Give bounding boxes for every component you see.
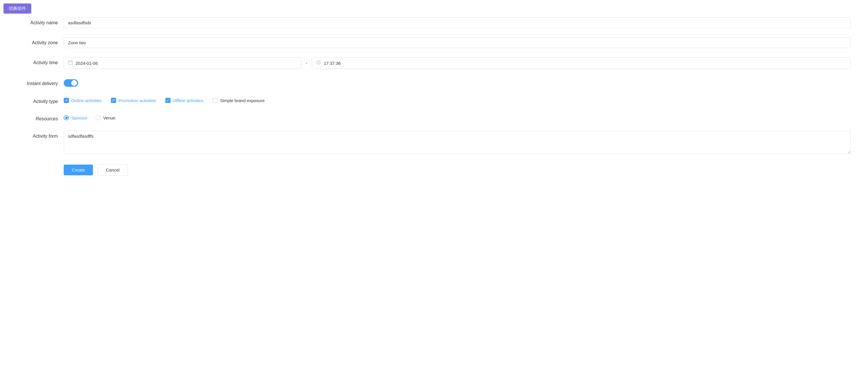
resources-radio-group: Sponsor Venue	[64, 113, 850, 120]
toggle-slider	[64, 79, 78, 87]
checkbox-online-check: ✓	[65, 98, 68, 102]
instant-delivery-content	[64, 78, 850, 87]
radio-sponsor-label: Sponsor	[71, 115, 87, 120]
activity-zone-input[interactable]	[64, 37, 850, 48]
checkbox-online-box: ✓	[64, 98, 69, 103]
checkbox-offline-activities[interactable]: ✓ Offline activities	[165, 98, 203, 103]
form-container: Activity name Activity zone Activity tim…	[0, 0, 868, 187]
instant-delivery-toggle[interactable]	[64, 79, 78, 87]
checkbox-brand-label: Simple brand exposure	[220, 98, 265, 103]
resources-row: Resources Sponsor Venue	[18, 113, 850, 121]
activity-name-row: Activity name	[18, 18, 850, 28]
checkbox-brand-box: ✓	[213, 98, 218, 103]
instant-delivery-row: Instant delivery	[18, 78, 850, 87]
instant-delivery-label: Instant delivery	[18, 78, 64, 86]
date-time-dash: -	[304, 61, 309, 66]
activity-form-label: Activity form	[18, 131, 64, 139]
resources-content: Sponsor Venue	[64, 113, 850, 120]
activity-form-row: Activity form sdfasdfasdffs	[18, 131, 850, 155]
resources-label: Resources	[18, 113, 64, 121]
button-row: Create Cancel	[64, 164, 850, 176]
activity-type-content: ✓ Online activities ✓ Promotion activiti…	[64, 96, 850, 103]
activity-type-checkbox-group: ✓ Online activities ✓ Promotion activiti…	[64, 96, 850, 103]
checkbox-offline-check: ✓	[166, 98, 169, 102]
activity-name-input[interactable]	[64, 18, 850, 28]
checkbox-offline-label: Offline activities	[173, 98, 203, 103]
radio-sponsor[interactable]: Sponsor	[64, 115, 87, 120]
cancel-button[interactable]: Cancel	[98, 164, 128, 176]
checkbox-offline-box: ✓	[165, 98, 170, 103]
radio-venue[interactable]: Venue	[96, 115, 116, 120]
activity-form-textarea[interactable]: sdfasdfasdffs	[64, 131, 850, 154]
activity-time-label: Activity time	[18, 57, 64, 65]
radio-sponsor-inner	[65, 116, 68, 119]
activity-time-row: Activity time -	[18, 57, 850, 69]
checkbox-promotion-activities[interactable]: ✓ Promotion activities	[111, 98, 156, 103]
create-button[interactable]: Create	[64, 165, 93, 175]
activity-name-content	[64, 18, 850, 28]
date-input-wrapper[interactable]	[64, 57, 301, 69]
activity-time-content: -	[64, 57, 850, 69]
checkbox-brand-exposure[interactable]: ✓ Simple brand exposure	[213, 98, 265, 103]
activity-zone-row: Activity zone	[18, 37, 850, 48]
activity-name-label: Activity name	[18, 18, 64, 26]
time-input[interactable]	[324, 61, 846, 66]
checkbox-promotion-label: Promotion activities	[118, 98, 156, 103]
radio-venue-outer	[96, 115, 101, 120]
checkbox-promotion-check: ✓	[112, 98, 115, 102]
checkbox-online-label: Online activities	[71, 98, 102, 103]
date-input[interactable]	[75, 61, 297, 66]
clock-icon	[316, 60, 321, 66]
activity-zone-label: Activity zone	[18, 37, 64, 45]
activity-zone-content	[64, 37, 850, 48]
calendar-icon	[68, 60, 73, 66]
time-input-wrapper[interactable]	[312, 57, 850, 69]
activity-type-label: Activity type	[18, 96, 64, 104]
svg-rect-0	[68, 61, 72, 65]
checkbox-online-activities[interactable]: ✓ Online activities	[64, 98, 102, 103]
switch-component-button[interactable]: 切换组件	[3, 3, 31, 13]
activity-form-content: sdfasdfasdffs	[64, 131, 850, 155]
checkbox-promotion-box: ✓	[111, 98, 116, 103]
radio-sponsor-outer	[64, 115, 69, 120]
radio-venue-label: Venue	[103, 115, 116, 120]
activity-type-row: Activity type ✓ Online activities ✓ Prom…	[18, 96, 850, 104]
